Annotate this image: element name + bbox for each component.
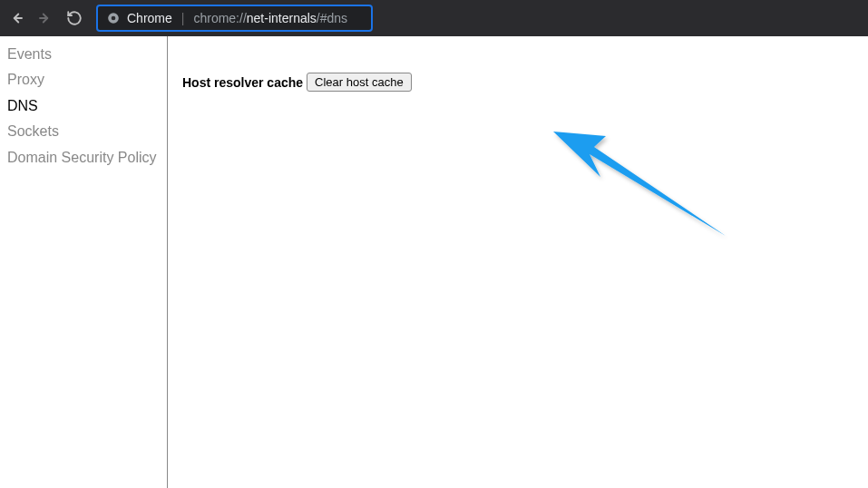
annotation-arrow-icon — [544, 113, 735, 249]
sidebar-item-events[interactable]: Events — [0, 42, 167, 67]
host-resolver-row: Host resolver cache Clear host cache — [182, 73, 868, 92]
sidebar-item-domain-security-policy[interactable]: Domain Security Policy — [0, 145, 167, 171]
browser-toolbar: Chrome | chrome://net-internals/#dns — [0, 0, 868, 36]
address-bar[interactable]: Chrome | chrome://net-internals/#dns — [96, 5, 373, 32]
content-area: Events Proxy DNS Sockets Domain Security… — [0, 36, 868, 488]
chrome-logo-icon — [107, 12, 120, 24]
chrome-label: Chrome — [127, 11, 172, 25]
back-icon[interactable] — [7, 9, 25, 27]
sidebar-item-dns[interactable]: DNS — [0, 93, 167, 119]
main-content: Host resolver cache Clear host cache — [168, 36, 868, 488]
forward-icon[interactable] — [36, 9, 54, 27]
section-label: Host resolver cache — [182, 75, 303, 90]
url-divider: | — [181, 11, 185, 25]
svg-point-3 — [112, 16, 116, 21]
sidebar-item-sockets[interactable]: Sockets — [0, 119, 167, 144]
url-text: chrome://net-internals/#dns — [193, 11, 347, 25]
sidebar-item-proxy[interactable]: Proxy — [0, 67, 167, 93]
clear-host-cache-button[interactable]: Clear host cache — [307, 73, 412, 92]
reload-icon[interactable] — [65, 9, 83, 27]
sidebar: Events Proxy DNS Sockets Domain Security… — [0, 36, 168, 488]
nav-buttons — [7, 9, 89, 27]
